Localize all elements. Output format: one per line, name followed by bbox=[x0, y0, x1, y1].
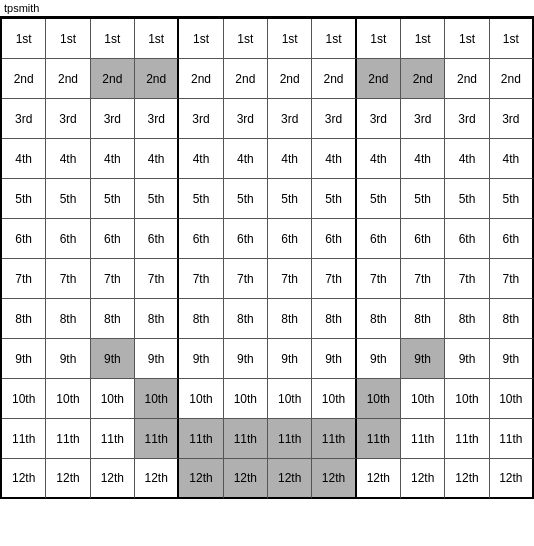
table-row: 8th bbox=[490, 299, 534, 339]
table-row: 2nd bbox=[179, 59, 223, 99]
table-row: 12th bbox=[401, 459, 445, 499]
table-row: 5th bbox=[224, 179, 268, 219]
app-title: tpsmith bbox=[4, 2, 39, 14]
table-row: 9th bbox=[135, 339, 179, 379]
table-row: 9th bbox=[2, 339, 46, 379]
table-row: 12th bbox=[224, 459, 268, 499]
table-row: 12th bbox=[268, 459, 312, 499]
table-row: 11th bbox=[91, 419, 135, 459]
table-row: 5th bbox=[490, 179, 534, 219]
table-row: 5th bbox=[91, 179, 135, 219]
table-row: 8th bbox=[135, 299, 179, 339]
table-row: 9th bbox=[445, 339, 489, 379]
table-row: 7th bbox=[135, 259, 179, 299]
table-row: 4th bbox=[46, 139, 90, 179]
table-row: 2nd bbox=[2, 59, 46, 99]
table-row: 5th bbox=[357, 179, 401, 219]
table-row: 12th bbox=[357, 459, 401, 499]
table-row: 1st bbox=[135, 19, 179, 59]
table-row: 4th bbox=[179, 139, 223, 179]
table-row: 8th bbox=[2, 299, 46, 339]
table-row: 6th bbox=[490, 219, 534, 259]
table-row: 9th bbox=[268, 339, 312, 379]
table-row: 2nd bbox=[135, 59, 179, 99]
table-row: 10th bbox=[179, 379, 223, 419]
table-row: 10th bbox=[46, 379, 90, 419]
table-row: 5th bbox=[401, 179, 445, 219]
table-row: 10th bbox=[2, 379, 46, 419]
table-row: 12th bbox=[490, 459, 534, 499]
table-row: 6th bbox=[91, 219, 135, 259]
table-row: 4th bbox=[490, 139, 534, 179]
table-row: 12th bbox=[91, 459, 135, 499]
table-row: 7th bbox=[490, 259, 534, 299]
table-row: 6th bbox=[268, 219, 312, 259]
table-row: 1st bbox=[179, 19, 223, 59]
table-row: 12th bbox=[179, 459, 223, 499]
table-row: 7th bbox=[268, 259, 312, 299]
table-row: 3rd bbox=[357, 99, 401, 139]
table-row: 10th bbox=[268, 379, 312, 419]
grid-container: 1st1st1st1st1st1st1st1st1st1st1st1st2nd2… bbox=[0, 17, 534, 499]
table-row: 2nd bbox=[312, 59, 356, 99]
table-row: 11th bbox=[2, 419, 46, 459]
table-row: 1st bbox=[224, 19, 268, 59]
table-row: 8th bbox=[91, 299, 135, 339]
table-row: 3rd bbox=[91, 99, 135, 139]
table-row: 2nd bbox=[490, 59, 534, 99]
table-row: 7th bbox=[312, 259, 356, 299]
table-row: 4th bbox=[445, 139, 489, 179]
table-row: 10th bbox=[91, 379, 135, 419]
table-row: 6th bbox=[445, 219, 489, 259]
table-row: 11th bbox=[46, 419, 90, 459]
table-row: 12th bbox=[445, 459, 489, 499]
table-row: 1st bbox=[91, 19, 135, 59]
table-row: 6th bbox=[179, 219, 223, 259]
table-row: 2nd bbox=[357, 59, 401, 99]
table-row: 8th bbox=[401, 299, 445, 339]
table-row: 2nd bbox=[46, 59, 90, 99]
table-row: 6th bbox=[135, 219, 179, 259]
table-row: 10th bbox=[401, 379, 445, 419]
table-row: 2nd bbox=[401, 59, 445, 99]
table-row: 6th bbox=[46, 219, 90, 259]
table-row: 11th bbox=[135, 419, 179, 459]
table-row: 7th bbox=[179, 259, 223, 299]
table-row: 4th bbox=[91, 139, 135, 179]
table-row: 8th bbox=[46, 299, 90, 339]
table-row: 11th bbox=[179, 419, 223, 459]
table-row: 3rd bbox=[445, 99, 489, 139]
table-row: 4th bbox=[2, 139, 46, 179]
table-row: 4th bbox=[224, 139, 268, 179]
table-row: 3rd bbox=[490, 99, 534, 139]
table-row: 4th bbox=[268, 139, 312, 179]
table-row: 5th bbox=[2, 179, 46, 219]
table-row: 12th bbox=[312, 459, 356, 499]
table-row: 10th bbox=[312, 379, 356, 419]
table-row: 2nd bbox=[91, 59, 135, 99]
table-row: 2nd bbox=[445, 59, 489, 99]
table-row: 1st bbox=[312, 19, 356, 59]
table-row: 2nd bbox=[224, 59, 268, 99]
table-row: 5th bbox=[179, 179, 223, 219]
table-row: 6th bbox=[224, 219, 268, 259]
table-row: 10th bbox=[135, 379, 179, 419]
table-row: 6th bbox=[401, 219, 445, 259]
table-row: 12th bbox=[2, 459, 46, 499]
table-row: 9th bbox=[224, 339, 268, 379]
table-row: 1st bbox=[46, 19, 90, 59]
table-row: 12th bbox=[135, 459, 179, 499]
title-bar: tpsmith bbox=[0, 0, 534, 17]
table-row: 9th bbox=[46, 339, 90, 379]
table-row: 4th bbox=[135, 139, 179, 179]
table-row: 9th bbox=[490, 339, 534, 379]
table-row: 10th bbox=[445, 379, 489, 419]
table-row: 7th bbox=[224, 259, 268, 299]
table-row: 1st bbox=[445, 19, 489, 59]
table-row: 1st bbox=[490, 19, 534, 59]
table-row: 8th bbox=[357, 299, 401, 339]
table-row: 12th bbox=[46, 459, 90, 499]
table-row: 11th bbox=[357, 419, 401, 459]
table-row: 8th bbox=[268, 299, 312, 339]
table-row: 5th bbox=[445, 179, 489, 219]
